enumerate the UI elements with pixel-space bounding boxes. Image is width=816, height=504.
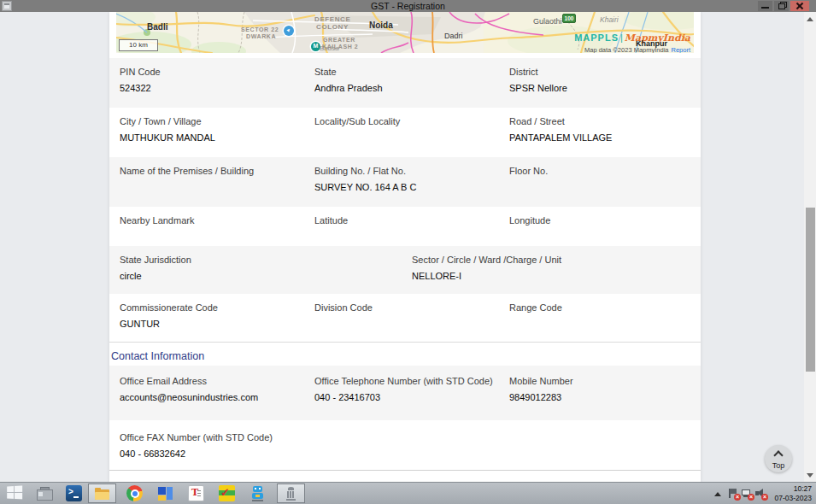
scrollbar-thumb[interactable] <box>806 208 815 372</box>
scroll-up-arrow-icon[interactable] <box>807 17 813 21</box>
map-label-defence: DEFENCE <box>314 15 350 23</box>
field-label: PIN Code <box>120 67 314 78</box>
app-tiles-icon[interactable] <box>157 485 173 501</box>
robot-app-icon[interactable] <box>249 485 266 501</box>
clock-time: 10:27 <box>775 484 812 494</box>
field-value: 040 - 66832642 <box>120 448 314 460</box>
map-canvas[interactable]: Badli Badsa SECTOR 22 DWARKA DEFENCE COL… <box>116 12 694 53</box>
mappls-wordmark: MAPPLS <box>574 32 619 43</box>
field-label: Office Telephone Number (with STD Code) <box>314 376 509 387</box>
title-bar: GST - Registration <box>0 0 816 12</box>
map-label-dadri: Dadri <box>444 32 463 40</box>
india-emblem-icon <box>283 486 299 502</box>
map-label-badli: Badli <box>147 22 167 32</box>
map-label-sector22: SECTOR 22 <box>241 26 279 32</box>
file-explorer-icon <box>94 486 110 502</box>
gst-registration-window: GST - Registration <box>0 0 816 504</box>
close-button[interactable] <box>790 1 809 11</box>
contact-row: Office FAX Number (with STD Code)040 - 6… <box>109 420 701 470</box>
network-status-icon[interactable] <box>741 488 752 499</box>
field-label: Name of the Premises / Building <box>120 166 314 177</box>
field-value: 9849012283 <box>509 392 701 403</box>
field-label: Office FAX Number (with STD Code) <box>120 432 314 443</box>
field-label: Office Email Address <box>120 376 314 387</box>
vertical-scrollbar[interactable] <box>804 12 816 483</box>
page-viewport: Badli Badsa SECTOR 22 DWARKA DEFENCE COL… <box>0 12 804 483</box>
form-row: Commissionerate CodeGUNTUR Division Code… <box>109 294 701 342</box>
field-label: Commissionerate Code <box>120 302 314 314</box>
minimize-button[interactable] <box>758 1 772 11</box>
server-manager-icon[interactable] <box>36 485 52 501</box>
field-label: Range Code <box>509 302 701 314</box>
scroll-down-arrow-icon[interactable] <box>807 473 813 478</box>
field-value: PANTAPALEM VILLAGE <box>509 132 701 144</box>
gst-tool-taskbar-button[interactable] <box>277 483 305 503</box>
map-scale-bar: 10 km <box>119 39 158 51</box>
field-value: GUNTUR <box>120 319 314 330</box>
form-row: State Jurisdictioncircle Sector / Circle… <box>109 246 701 294</box>
field-value: Andhra Pradesh <box>314 83 509 94</box>
taskbar: 10:27 07-03-2023 <box>0 482 816 504</box>
error-badge-icon <box>761 494 768 501</box>
minimize-icon <box>761 7 769 9</box>
field-value: accounts@neosunindustries.com <box>120 392 314 403</box>
field-label: State <box>314 67 509 78</box>
form-row: PIN Code524322 StateAndhra Pradesh Distr… <box>109 58 701 108</box>
field-label: City / Town / Village <box>120 116 314 127</box>
chevron-up-icon <box>773 450 783 460</box>
field-value: NELLORE-I <box>412 271 701 282</box>
taskbar-clock[interactable]: 10:27 07-03-2023 <box>775 484 812 502</box>
field-value: circle <box>120 271 412 282</box>
section-title: Contact Information <box>111 350 204 362</box>
clock-date: 07-03-2023 <box>775 494 812 503</box>
powershell-icon[interactable] <box>66 485 82 501</box>
contact-row: Office Email Addressaccounts@neosunindus… <box>109 366 701 420</box>
field-label: Sector / Circle / Ward /Charge / Unit <box>412 255 701 266</box>
map-label-gulaothi: Gulaothi <box>533 17 562 26</box>
hidden-icons-arrow[interactable] <box>714 492 721 496</box>
field-label: Locality/Sub Locality <box>314 116 509 127</box>
field-label: Floor No. <box>509 166 701 177</box>
chrome-icon[interactable] <box>126 485 143 501</box>
form-row: Nearby Landmark Latitude Longitude <box>109 207 701 246</box>
window-title: GST - Registration <box>0 0 816 12</box>
field-label: Mobile Number <box>509 376 701 387</box>
gst-one-nation-icon[interactable] <box>219 485 235 501</box>
map-label-khanpur: Khanpur <box>636 39 667 48</box>
field-value: 040 - 23416703 <box>314 392 509 403</box>
maximize-button[interactable] <box>774 1 789 11</box>
map-label-dwarka: DWARKA <box>246 33 276 39</box>
form-row: City / Town / VillageMUTHUKUR MANDAL Loc… <box>109 108 701 157</box>
map-label-noida: Noida <box>369 21 393 30</box>
error-badge-icon <box>734 494 741 501</box>
report-link[interactable]: Report <box>671 46 690 53</box>
field-label: Nearby Landmark <box>120 215 314 226</box>
contact-section-header: Contact Information <box>109 342 701 363</box>
scroll-to-top-button[interactable]: Top <box>765 445 792 472</box>
airport-marker-icon[interactable]: ▲ <box>284 26 294 36</box>
field-label: Longitude <box>509 215 701 226</box>
file-explorer-taskbar-button[interactable] <box>88 483 116 503</box>
form-row: Name of the Premises / Building Building… <box>109 157 701 207</box>
map-label-colony: COLONY <box>316 23 349 31</box>
field-label: Building No. / Flat No. <box>314 166 509 177</box>
tally-icon[interactable] <box>188 485 204 501</box>
field-label: District <box>509 67 701 78</box>
map-label-khairi: Khairi <box>600 15 619 24</box>
action-center-flag-icon[interactable] <box>727 488 738 499</box>
field-label: Division Code <box>314 302 509 314</box>
field-label: Road / Street <box>509 116 701 127</box>
field-label: Latitude <box>314 215 509 226</box>
field-value: SURVEY NO. 164 A B C <box>314 182 509 193</box>
field-label: State Jurisdiction <box>120 255 412 266</box>
map-label-kailash: KAILASH 2 <box>322 44 358 50</box>
map-label-greater: GREATER <box>323 37 355 43</box>
field-value: MUTHUKUR MANDAL <box>120 132 314 144</box>
route-shield-icon: 100 <box>562 14 576 23</box>
field-value: SPSR Nellore <box>509 83 701 94</box>
mappls-logo[interactable]: MAPPLS|MapmyIndia <box>574 29 690 44</box>
start-button[interactable] <box>7 485 25 501</box>
page-content: Badli Badsa SECTOR 22 DWARKA DEFENCE COL… <box>109 12 701 483</box>
volume-icon[interactable] <box>754 488 766 499</box>
section-divider <box>109 470 701 471</box>
